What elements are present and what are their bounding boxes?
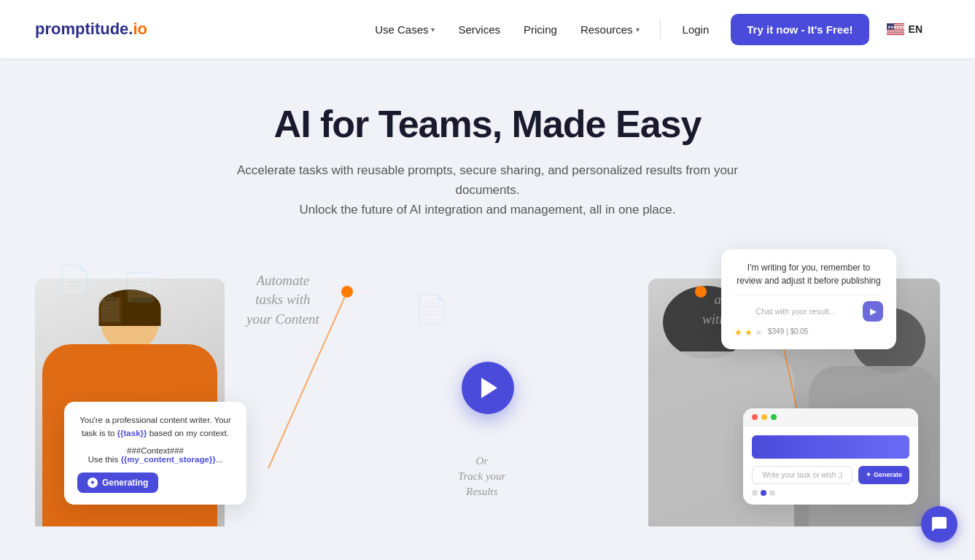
chat-widget-button[interactable] bbox=[921, 506, 957, 542]
browser-header-bar bbox=[752, 435, 909, 459]
play-button[interactable] bbox=[462, 362, 514, 414]
nav-divider bbox=[660, 19, 661, 39]
browser-task-row: Write your task or wish ;) ✦ Generate bbox=[752, 466, 909, 484]
browser-generate-button[interactable]: ✦ Generate bbox=[858, 466, 909, 484]
svg-rect-6 bbox=[887, 34, 904, 34]
annotation-track: OrTrack yourResults bbox=[458, 454, 505, 499]
star-3: ★ bbox=[755, 327, 763, 338]
generating-button: ✦ Generating bbox=[77, 472, 158, 493]
dot-1 bbox=[752, 490, 758, 496]
annotation-automate: Automatetasks withyour Content bbox=[246, 271, 319, 330]
openai-icon: ✦ bbox=[88, 478, 98, 488]
prompt-context: ###Context### Use this {{my_content_stor… bbox=[77, 446, 233, 464]
login-button[interactable]: Login bbox=[672, 18, 720, 42]
star-2: ★ bbox=[745, 327, 753, 338]
logo-text: promptitude bbox=[35, 20, 128, 38]
doc-icon-1: 📄 bbox=[57, 264, 91, 296]
orange-dot-left bbox=[341, 286, 353, 298]
logo-io: io bbox=[133, 20, 147, 38]
chat-card: I'm writing for you, remember to review … bbox=[721, 249, 896, 349]
lang-selector[interactable]: ★★★★★★★★★★★★★★★★★★★★★★★★★★★★★★★★★★★★★★★★… bbox=[887, 23, 922, 35]
browser-body: Write your task or wish ;) ✦ Generate bbox=[743, 427, 918, 505]
svg-rect-5 bbox=[887, 31, 904, 32]
hero-visual: 📄 📋 📃 📄 bbox=[35, 249, 940, 526]
prompt-content: You're a professional content writer. Yo… bbox=[77, 413, 233, 440]
chat-placeholder: Chat with your result... bbox=[734, 307, 857, 316]
navbar: promptitude.io Use Cases ▾ Services Pric… bbox=[0, 0, 975, 58]
doc-icon-4: 📄 bbox=[414, 293, 448, 325]
chat-send-button[interactable]: ▶ bbox=[863, 301, 883, 322]
chevron-down-icon: ▾ bbox=[636, 26, 640, 34]
cta-button[interactable]: Try it now - It's Free! bbox=[731, 14, 869, 45]
nav-use-cases[interactable]: Use Cases ▾ bbox=[366, 18, 443, 42]
browser-min-dot bbox=[761, 414, 767, 420]
nav-pricing[interactable]: Pricing bbox=[515, 18, 566, 42]
browser-max-dot bbox=[771, 414, 777, 420]
nav-links: Use Cases ▾ Services Pricing Resources ▾… bbox=[366, 14, 922, 45]
play-icon bbox=[481, 378, 497, 398]
chevron-down-icon: ▾ bbox=[431, 26, 435, 34]
svg-rect-4 bbox=[887, 30, 904, 31]
prompt-card: You're a professional content writer. Yo… bbox=[64, 402, 246, 505]
hero-subtitle: Accelerate tasks with reusable prompts, … bbox=[233, 160, 743, 220]
chat-input-row: Chat with your result... ▶ bbox=[734, 295, 883, 322]
lang-code: EN bbox=[909, 23, 922, 35]
browser-close-dot bbox=[752, 414, 758, 420]
browser-task-input[interactable]: Write your task or wish ;) bbox=[752, 466, 852, 484]
nav-resources[interactable]: Resources ▾ bbox=[572, 18, 648, 42]
chat-message: I'm writing for you, remember to review … bbox=[734, 261, 883, 287]
browser-card: Write your task or wish ;) ✦ Generate bbox=[743, 408, 918, 505]
doc-icon-3: 📃 bbox=[123, 271, 157, 303]
browser-pagination bbox=[752, 490, 909, 496]
star-1: ★ bbox=[734, 327, 742, 338]
logo[interactable]: promptitude.io bbox=[35, 20, 147, 39]
dot-2 bbox=[761, 490, 766, 496]
chat-bubble-icon bbox=[931, 516, 948, 533]
dot-3 bbox=[769, 490, 775, 496]
nav-services[interactable]: Services bbox=[449, 18, 509, 42]
stars-row: ★ ★ ★ $349 | $0.05 bbox=[734, 327, 883, 338]
orange-dot-right bbox=[695, 286, 707, 298]
svg-text:★★★★★★★★★★★★★★★★★★★★★★★★★★★★★★: ★★★★★★★★★★★★★★★★★★★★★★★★★★★★★★★★★★★★★★★★… bbox=[887, 25, 904, 29]
hero-title: AI for Teams, Made Easy bbox=[35, 102, 940, 146]
browser-toolbar bbox=[743, 408, 918, 427]
flag-icon: ★★★★★★★★★★★★★★★★★★★★★★★★★★★★★★★★★★★★★★★★… bbox=[887, 23, 904, 35]
hero-section: AI for Teams, Made Easy Accelerate tasks… bbox=[0, 58, 975, 554]
price-display: $349 | $0.05 bbox=[768, 327, 808, 338]
